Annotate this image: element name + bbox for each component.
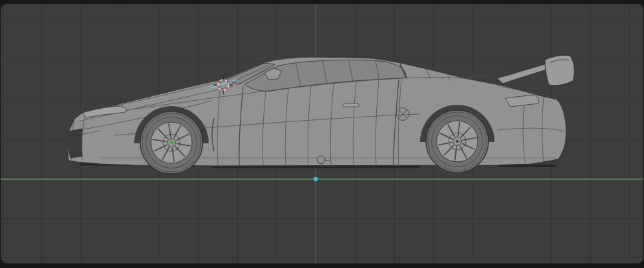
- rear-wing: [496, 55, 574, 86]
- object-origin-dot: [170, 141, 173, 145]
- scene-svg: [1, 4, 643, 263]
- door-handle: [343, 103, 359, 107]
- front-wheel: [140, 111, 203, 174]
- front-grille: [68, 129, 82, 158]
- viewport-frame: [0, 0, 644, 268]
- rear-wheel: [426, 110, 488, 172]
- car-object[interactable]: [67, 55, 574, 174]
- 3d-viewport[interactable]: [1, 4, 643, 263]
- world-origin-marker: [314, 177, 318, 182]
